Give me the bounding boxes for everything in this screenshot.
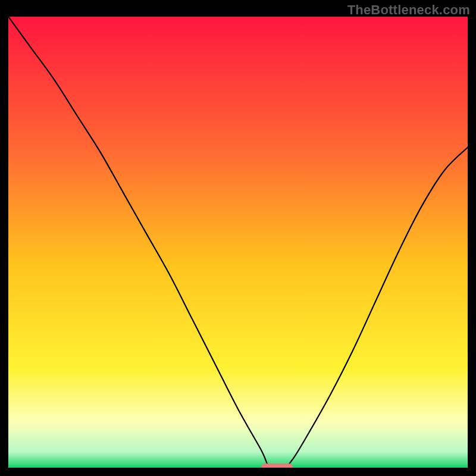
plot-area	[8, 17, 468, 468]
plot-svg	[8, 17, 468, 468]
chart-stage: TheBottleneck.com	[0, 0, 476, 476]
optimal-marker	[261, 464, 293, 468]
gradient-background	[8, 17, 468, 468]
watermark-text: TheBottleneck.com	[347, 2, 470, 18]
